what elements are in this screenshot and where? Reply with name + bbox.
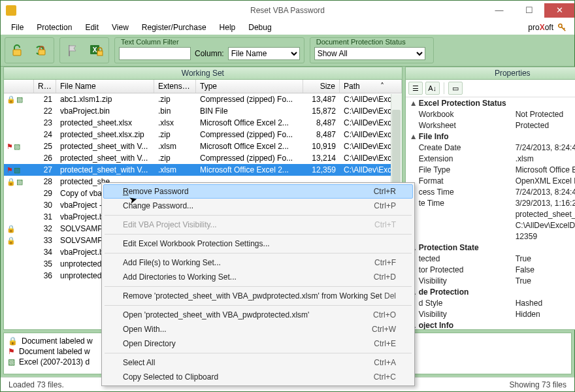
column-select[interactable]: File Name [228,47,300,60]
context-menu[interactable]: Remove PasswordCtrl+RChange Password...C… [101,182,415,386]
status-right: Showing 73 files [510,380,567,389]
prop-row: File TypeMicrosoft Office Excel 2007 M [410,164,575,175]
context-item: Edit VBA Project Visibility...Ctrl+T [103,218,413,232]
app-icon [6,5,16,16]
menu-protection[interactable]: Protection [30,22,78,33]
table-row[interactable]: 22vbaProject.bin.binBIN File15,872C:\All… [4,105,402,117]
prop-row: cess Time7/24/2013, 8:24:48 PM [410,186,575,197]
filter-input[interactable] [119,47,191,60]
col-row[interactable]: Row [34,80,56,93]
flag-button[interactable] [61,39,84,61]
prop-row: C:\AllDev\ExcelDv\XLSx [410,220,575,231]
excel-icon: ▧ [16,95,23,104]
lock-icon: 🔒 [7,225,16,233]
context-item[interactable]: Add Directories to Working Set...Ctrl+D [103,270,413,284]
refresh-lock-button[interactable] [30,39,52,61]
table-row[interactable]: 24protected_sheet.xlsx.zip.zipCompressed… [4,129,402,140]
context-item[interactable]: Open DirectoryCtrl+E [103,336,413,351]
context-item[interactable]: Open With...Ctrl+W [103,322,413,336]
context-item[interactable]: Open 'protected_sheet_with VBA_pwdprotec… [103,308,413,322]
prop-alpha-button[interactable]: A↓ [425,82,440,95]
excel-icon: ▧ [14,166,20,174]
prop-row: te Time3/29/2013, 1:16:20 AM [410,197,575,208]
menu-registerpurchase[interactable]: Register/Purchase [135,22,213,33]
menu-file[interactable]: File [5,22,30,33]
doc-status-group: Document Protection Status Show All [310,37,434,63]
lock-icon: 🔒 [8,336,18,346]
key-icon [557,23,567,32]
filter-legend: Text Column Filter [119,38,300,46]
table-row[interactable]: 🔒▧21abc1.xlsm1.zip.zipCompressed (zipped… [4,93,402,105]
flag-icon: ⚑ [7,166,13,174]
close-button[interactable]: ✕ [544,3,574,18]
context-item[interactable]: Copy Selected to ClipboardCtrl+C [103,370,413,384]
toolbar-group-flags: X [59,37,109,63]
context-item[interactable]: Remove PasswordCtrl+R [103,184,413,199]
context-item[interactable]: Change Password...Ctrl+P [103,199,413,213]
docstatus-legend: Document Protection Status [314,38,429,46]
flag-icon: ⚑ [7,142,13,151]
properties-toolbar: ☰ A↓ ▭ [406,80,575,97]
lock-icon: 🔒 [7,237,16,245]
col-type[interactable]: Type [196,80,303,93]
col-ext[interactable]: Extension [154,80,196,93]
prop-pages-button[interactable]: ▭ [448,82,463,95]
prop-section: ▲File Info [410,131,575,142]
prop-section: ▲ Protection State [410,242,575,253]
col-path[interactable]: Path ˄ [340,80,402,93]
table-row[interactable]: 26protected_sheet_with V....zipCompresse… [4,152,402,164]
docstatus-select[interactable]: Show All [314,47,425,60]
context-item[interactable]: Select AllCtrl+A [103,355,413,370]
context-item[interactable]: Add File(s) to Working Set...Ctrl+F [103,255,413,270]
prop-row: protected_sheet_with VBA_p [410,208,575,220]
flag-icon: ⚑ [8,347,15,356]
svg-rect-2 [39,50,45,55]
svg-rect-5 [97,51,103,56]
prop-section: ▲de Protection [410,286,575,297]
excel-icon: ▧ [14,142,20,151]
table-row[interactable]: ⚑▧25protected_sheet_with V....xlsmMicros… [4,140,402,152]
svg-text:X: X [93,46,97,54]
prop-row: VisibilityHidden [410,308,575,319]
prop-row: FormatOpenXML Excel Document [410,175,575,186]
lock-icon: 🔒 [7,95,16,104]
column-label: Column: [195,49,224,58]
prop-row: tectedTrue [410,253,575,264]
menu-view[interactable]: View [105,22,135,33]
minimize-button[interactable]: — [484,3,514,18]
unlock-button[interactable] [7,39,29,61]
prop-row: VisibilityTrue [410,275,575,286]
prop-section: ▲oject Info [410,319,575,329]
title-bar: Reset VBA Password — ☐ ✕ [1,1,574,20]
table-row[interactable]: 23protected_sheet.xlsx.xlsxMicrosoft Off… [4,117,402,129]
menu-debug[interactable]: Debug [242,22,278,33]
table-row[interactable]: ⚑▧27protected_sheet_with V....xlsmMicros… [4,164,402,176]
col-file[interactable]: File Name [56,80,154,93]
status-left: Loaded 73 files. [8,380,64,389]
xl-icon: ▧ [8,357,15,367]
prop-row: Extension.xlsm [410,153,575,164]
window-title: Reset VBA Password [250,6,325,15]
brand-logo: proXoft [528,23,570,32]
excel-icon: ▧ [16,178,23,186]
lock-icon: 🔒 [7,178,16,186]
prop-row: d StyleHashed [410,297,575,308]
excel-lock-button[interactable]: X [85,39,107,61]
prop-row: WorkbookNot Protected [410,108,575,120]
prop-row: Create Date7/24/2013, 8:24:48 PM [410,142,575,153]
menu-help[interactable]: Help [213,22,242,33]
maximize-button[interactable]: ☐ [514,3,544,18]
col-size[interactable]: Size [303,80,340,93]
prop-section: ▲Excel Protection Status [410,97,575,108]
prop-categorized-button[interactable]: ☰ [408,82,423,95]
toolbar-group-protection [5,37,54,63]
properties-panel: Properties ☰ A↓ ▭ ▲Excel Protection Stat… [405,67,575,330]
menu-edit[interactable]: Edit [78,22,105,33]
prop-row: tor ProtectedFalse [410,264,575,275]
prop-row: 12359 [410,231,575,242]
context-item[interactable]: Remove 'protected_sheet_with VBA_pwdprot… [103,289,413,303]
svg-rect-1 [13,50,21,56]
text-filter-group: Text Column Filter Column: File Name [114,37,304,63]
context-item[interactable]: Edit Excel Workbook Protection Settings.… [103,237,413,251]
app-window: Reset VBA Password — ☐ ✕ FileProtectionE… [0,0,575,392]
